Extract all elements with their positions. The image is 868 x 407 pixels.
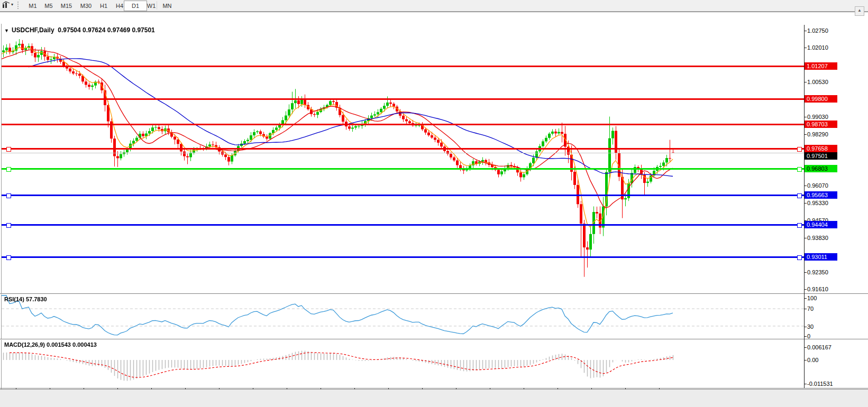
price-tick-label: 0.98290 (807, 131, 828, 137)
price-tick-label: 1.02750 (807, 27, 828, 34)
hline-0.96803[interactable] (2, 168, 804, 170)
hline-handle[interactable] (6, 223, 11, 228)
price-tick-label: 1.00530 (807, 79, 828, 85)
hline-handle[interactable] (797, 167, 802, 172)
rsi-tick-label: 100 (807, 295, 817, 301)
hline-handle[interactable] (797, 193, 802, 198)
hline-1.01207[interactable] (2, 66, 804, 67)
price-tick-label: 0.95330 (807, 200, 828, 206)
hline-handle[interactable] (6, 255, 11, 260)
hline-handle[interactable] (6, 193, 11, 198)
rsi-label: RSI(14) 57.7830 (4, 296, 47, 302)
price-tag: 0.98703 (805, 121, 837, 128)
timeframe-button-mn[interactable]: MN (156, 1, 179, 11)
timeframe-toolbar: ▾ M1M5M15M30H1H4D1W1MN (0, 0, 868, 12)
ohlc-values: 0.97504 0.97624 0.97469 0.97501 (58, 26, 155, 34)
macd-tick-label: -0.011531 (807, 381, 833, 387)
hline-0.97658[interactable] (2, 148, 804, 150)
chart-symbol-header: ▼USDCHF,Daily 0.97504 0.97624 0.97469 0.… (4, 26, 155, 34)
symbol-name: USDCHF,Daily (12, 26, 54, 34)
trading-platform-window: ▾ M1M5M15M30H1H4D1W1MN ▲ ▼USDCHF,Daily 0… (0, 0, 868, 407)
hline-0.94404[interactable] (2, 224, 804, 226)
pane-splitter-highlight (0, 339, 868, 340)
hline-0.998[interactable] (2, 98, 804, 100)
hline-0.95663[interactable] (2, 195, 804, 196)
hline-handle[interactable] (797, 255, 802, 260)
toolbar-overflow-button[interactable]: ▲ (855, 6, 864, 16)
macd-tick-label: 0.006167 (807, 344, 832, 350)
rsi-tick-label: 30 (807, 323, 814, 330)
hline-0.93011[interactable] (2, 256, 804, 258)
price-tag: 1.01207 (805, 62, 837, 70)
price-tag: 0.94404 (805, 221, 837, 228)
price-tag: 0.96803 (805, 165, 837, 172)
hline-handle[interactable] (797, 147, 802, 152)
window-left-border (1, 24, 2, 401)
current-price-line (2, 153, 804, 153)
hline-0.98703[interactable] (2, 124, 804, 125)
price-axis-border (804, 25, 805, 388)
price-tick-label: 0.93830 (807, 235, 828, 241)
price-tag: 0.95663 (805, 191, 837, 199)
macd-label: MACD(12,26,9) 0.001543 0.000413 (4, 341, 97, 348)
time-axis-border (0, 388, 868, 388)
price-tick-label: 0.96070 (807, 182, 828, 189)
price-tick-label: 0.99030 (807, 114, 828, 120)
chart-type-dropdown-icon[interactable]: ▾ (11, 2, 13, 7)
hline-handle[interactable] (6, 167, 11, 172)
rsi-indicator-canvas[interactable] (2, 295, 804, 339)
price-tag: 0.99800 (805, 95, 837, 103)
rsi-tick-label: 70 (807, 306, 814, 312)
price-tick-label: 1.02010 (807, 44, 828, 51)
hline-handle[interactable] (6, 147, 11, 152)
price-tag: 0.97658 (805, 145, 837, 152)
pane-splitter-highlight (0, 294, 868, 294)
macd-tick-label: 0.00 (807, 357, 818, 363)
chart-tabs-bar: EURUSD,DailyUSDCHF,DailyAUDUSD,DailyUSDC… (0, 389, 868, 407)
chart-workspace: ▼USDCHF,Daily 0.97504 0.97624 0.97469 0.… (0, 12, 868, 390)
macd-indicator-canvas[interactable] (2, 340, 804, 388)
price-tag: 0.93011 (805, 253, 837, 261)
hline-handle[interactable] (797, 223, 802, 228)
symbol-dropdown-icon[interactable]: ▼ (4, 28, 9, 33)
price-tag: 0.97501 (805, 152, 837, 160)
price-tick-label: 0.92350 (807, 269, 828, 275)
price-tick-label: 0.91610 (807, 286, 828, 292)
chart-type-icon[interactable] (2, 1, 11, 10)
toolbar-grip[interactable] (17, 2, 19, 9)
